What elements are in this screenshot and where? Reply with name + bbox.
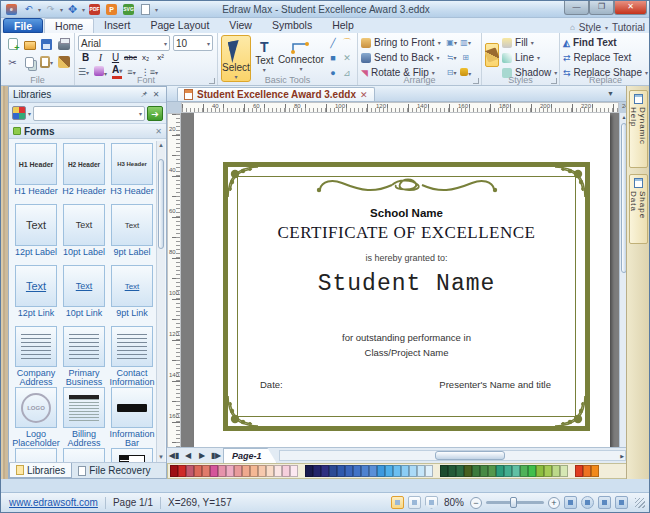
library-item-contact-information[interactable]: Contact Information bbox=[108, 326, 156, 387]
zoom-in-button[interactable]: + bbox=[548, 497, 560, 509]
shape-data-tab[interactable]: Shape Data bbox=[629, 174, 648, 244]
style-brush-button[interactable] bbox=[485, 43, 499, 67]
horizontal-scrollbar[interactable]: ◀ ▶ bbox=[279, 450, 626, 461]
pencil-shape-icon[interactable]: ✕ bbox=[343, 53, 351, 63]
line-style-button[interactable]: Line▾ bbox=[502, 50, 557, 65]
fill-button[interactable]: Fill▾ bbox=[502, 35, 557, 50]
scroll-right-icon[interactable]: ▶ bbox=[620, 452, 624, 461]
date-label-text[interactable]: Date: bbox=[260, 379, 283, 390]
zoom-out-button[interactable]: − bbox=[470, 497, 482, 509]
color-swatch[interactable] bbox=[369, 465, 377, 477]
font-name-select[interactable]: Arial▾ bbox=[78, 35, 170, 51]
underline-button[interactable]: U bbox=[108, 52, 123, 63]
menu-tab-home[interactable]: Home bbox=[44, 18, 94, 33]
tab-list-caret-icon[interactable]: ▼ bbox=[607, 90, 614, 97]
edrawsoft-link[interactable]: www.edrawsoft.com bbox=[9, 497, 98, 508]
distribute-button[interactable]: ≒▾ bbox=[447, 53, 457, 62]
color-swatch[interactable] bbox=[488, 465, 496, 477]
strikethrough-button[interactable]: abc bbox=[123, 53, 138, 62]
color-swatch[interactable] bbox=[242, 465, 250, 477]
color-swatch[interactable] bbox=[178, 465, 186, 477]
class-project-text[interactable]: Class/Project Name bbox=[228, 347, 585, 358]
color-swatch[interactable] bbox=[591, 465, 599, 477]
menu-tab-insert[interactable]: Insert bbox=[94, 18, 140, 33]
color-swatch[interactable] bbox=[393, 465, 401, 477]
color-swatch[interactable] bbox=[583, 465, 591, 477]
color-swatch[interactable] bbox=[409, 465, 417, 477]
pan-zoom-button[interactable] bbox=[598, 496, 611, 509]
fit-to-window-button[interactable] bbox=[564, 496, 577, 509]
minimize-button[interactable]: — bbox=[564, 1, 589, 15]
bring-to-front-button[interactable]: Bring to Front▾ bbox=[361, 35, 441, 50]
export-pdf-button[interactable]: PDF bbox=[87, 3, 102, 16]
copy-button[interactable] bbox=[21, 54, 38, 70]
font-size-select[interactable]: 10▾ bbox=[173, 35, 213, 51]
undo-button[interactable]: ↶ bbox=[21, 3, 36, 16]
library-item-product[interactable]: Product bbox=[60, 448, 108, 462]
pan-button[interactable]: ✥ bbox=[65, 3, 80, 16]
color-swatch[interactable] bbox=[377, 465, 385, 477]
library-item-9pt-label[interactable]: Text9pt Label bbox=[108, 204, 156, 265]
library-select-icon[interactable] bbox=[12, 106, 26, 120]
maximize-button[interactable]: ❐ bbox=[589, 1, 614, 15]
color-swatch[interactable] bbox=[186, 465, 194, 477]
library-item-logo-placeholder[interactable]: LOGOLogo Placeholder bbox=[12, 387, 60, 448]
same-size-icon[interactable]: ⊞ bbox=[462, 53, 469, 62]
granted-text[interactable]: is hereby granted to: bbox=[228, 253, 585, 263]
color-swatch[interactable] bbox=[170, 465, 178, 477]
save-button[interactable] bbox=[38, 36, 55, 52]
color-swatch[interactable] bbox=[560, 465, 568, 477]
format-painter-button[interactable] bbox=[55, 54, 72, 70]
dynamic-help-tab[interactable]: Dynamic Help bbox=[629, 90, 648, 168]
color-swatch[interactable] bbox=[425, 465, 433, 477]
color-swatch[interactable] bbox=[472, 465, 480, 477]
align-objects-button[interactable]: ▥▾ bbox=[460, 38, 471, 47]
certificate-shape[interactable]: School Name CERTIFICATE OF EXCELLENCE is… bbox=[223, 162, 590, 431]
resize-grip[interactable] bbox=[635, 498, 645, 508]
library-item-9pt-link[interactable]: Text9pt Link bbox=[108, 265, 156, 326]
color-swatch[interactable] bbox=[290, 465, 298, 477]
library-item-12pt-label[interactable]: Text12pt Label bbox=[12, 204, 60, 265]
new-document-button[interactable] bbox=[4, 36, 21, 52]
horizontal-scrollbar-thumb[interactable] bbox=[435, 451, 505, 460]
menu-tab-symbols[interactable]: Symbols bbox=[262, 18, 322, 33]
normal-view-button[interactable] bbox=[391, 496, 404, 509]
library-item-primary-business[interactable]: Primary Business bbox=[60, 326, 108, 387]
color-swatch[interactable] bbox=[282, 465, 290, 477]
zoom-slider[interactable] bbox=[486, 501, 544, 504]
certificate-title-text[interactable]: CERTIFICATE OF EXCELLENCE bbox=[228, 223, 585, 243]
line-shape-icon[interactable]: ╱ bbox=[330, 38, 335, 48]
color-swatch[interactable] bbox=[528, 465, 536, 477]
color-swatch[interactable] bbox=[504, 465, 512, 477]
forms-group-header[interactable]: Forms ✕ bbox=[9, 124, 166, 139]
library-item-information-bar[interactable]: Information Bar bbox=[108, 387, 156, 448]
color-swatch[interactable] bbox=[234, 465, 242, 477]
paste-button[interactable]: ▾ bbox=[38, 54, 55, 70]
menu-tab-help[interactable]: Help bbox=[322, 18, 364, 33]
style-gear-icon[interactable]: ⌂ bbox=[570, 23, 575, 32]
scroll-down-icon[interactable]: ▼ bbox=[157, 453, 165, 462]
export-html-icon[interactable] bbox=[138, 3, 153, 16]
tab-libraries[interactable]: Libraries bbox=[9, 463, 72, 478]
color-swatch[interactable] bbox=[536, 465, 544, 477]
send-to-back-button[interactable]: Send to Back▾ bbox=[361, 50, 441, 65]
italic-button[interactable]: I bbox=[93, 52, 108, 63]
library-item-10pt-link[interactable]: Text10pt Link bbox=[60, 265, 108, 326]
color-swatch[interactable] bbox=[448, 465, 456, 477]
color-swatch[interactable] bbox=[250, 465, 258, 477]
library-search-input[interactable]: ▾ bbox=[33, 106, 145, 121]
style-caret-icon[interactable]: ▾ bbox=[605, 24, 608, 31]
color-swatch[interactable] bbox=[329, 465, 337, 477]
library-item-quotation[interactable]: Quotation bbox=[12, 448, 60, 462]
pan-caret-icon[interactable]: ▾ bbox=[82, 6, 85, 13]
document-tab[interactable]: Student Excellence Award 3.eddx ✕ bbox=[177, 87, 375, 101]
color-swatch[interactable] bbox=[520, 465, 528, 477]
export-svg-button[interactable]: SVG bbox=[121, 3, 136, 16]
fit-width-view-button[interactable] bbox=[408, 496, 421, 509]
performance-text[interactable]: for outstanding performance in bbox=[228, 332, 585, 343]
find-text-button[interactable]: ◭Find Text bbox=[563, 35, 648, 50]
redo-button[interactable]: ↷ bbox=[43, 3, 58, 16]
previous-page-button[interactable]: ◀ bbox=[181, 451, 195, 460]
library-item-statistics[interactable]: Statistics bbox=[108, 448, 156, 462]
library-go-button[interactable]: ➔ bbox=[147, 106, 163, 121]
